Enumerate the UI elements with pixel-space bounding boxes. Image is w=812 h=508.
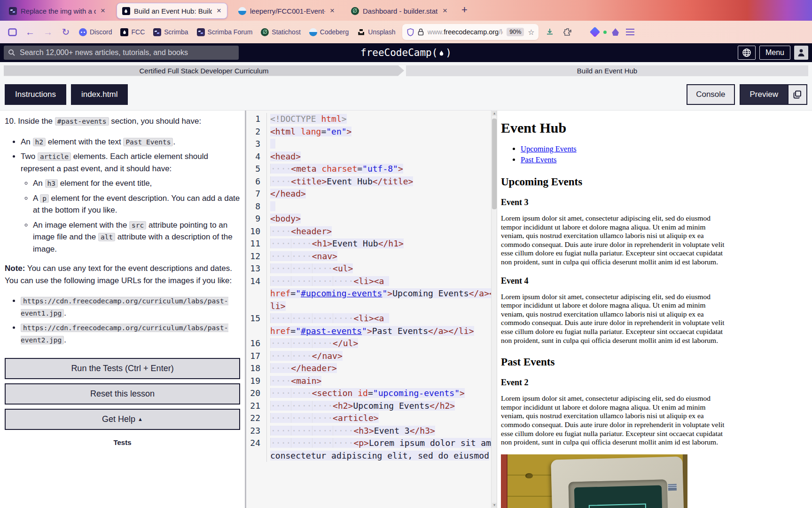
scroll-up-icon[interactable]: ▲ xyxy=(492,111,497,116)
code-line[interactable]: 15················<li><a xyxy=(246,312,491,325)
code-editor[interactable]: 1<!DOCTYPE html>2<html lang="en">3 4<hea… xyxy=(246,111,497,508)
console-button[interactable]: Console xyxy=(687,84,734,105)
zoom-level-badge[interactable]: 90% xyxy=(507,28,524,36)
code-line[interactable]: 23················<h3>Event 3</h3> xyxy=(246,425,491,437)
new-tab-button[interactable]: + xyxy=(461,3,468,17)
extensions-puzzle-icon[interactable] xyxy=(561,25,574,39)
code-token: <!DOCTYPE xyxy=(270,114,316,124)
bookmark-scrimba-forum[interactable]: Scrimba Forum xyxy=(195,28,255,36)
menu-button[interactable]: Menu xyxy=(759,46,790,60)
indent-guide: ···· xyxy=(291,313,312,323)
image-url-list: https://cdn.freecodecamp.org/curriculum/… xyxy=(5,295,240,346)
browser-tab-statichost-dashboard[interactable]: Dashboard - builder.statichost.e × xyxy=(346,3,453,19)
code-line[interactable]: 18····</header> xyxy=(246,362,491,375)
breadcrumb-lab[interactable]: Build an Event Hub xyxy=(406,65,808,76)
tab-instructions[interactable]: Instructions xyxy=(5,84,66,105)
code-line[interactable]: 10····<header> xyxy=(246,225,491,238)
code-line[interactable]: href="#upcoming-events">Upcoming Events<… xyxy=(246,287,491,300)
preview-nav-list: Upcoming EventsPast Events xyxy=(501,144,808,165)
code-line[interactable]: 24················<p>Lorem ipsum dolor s… xyxy=(246,437,491,450)
code-token: <title> xyxy=(291,176,327,186)
extension-diamond-icon[interactable] xyxy=(589,27,600,38)
bookmark-label: Codeberg xyxy=(320,28,349,36)
code-line[interactable]: 2<html lang="en"> xyxy=(246,126,491,138)
code-token: Past Events xyxy=(372,326,428,336)
breadcrumb-curriculum[interactable]: Certified Full Stack Developer Curriculu… xyxy=(4,65,404,76)
close-icon[interactable]: × xyxy=(442,6,448,16)
tab-title: Replace the img with a div xyxy=(21,7,96,15)
line-number: 12 xyxy=(246,250,267,263)
code-token: </nav> xyxy=(312,351,343,361)
preview-nav-link[interactable]: Past Events xyxy=(521,155,557,164)
code-token: " xyxy=(382,288,387,298)
code-token: id xyxy=(358,388,368,398)
indent-guide: ···· xyxy=(270,263,291,273)
code-line[interactable]: 22············<article> xyxy=(246,412,491,425)
back-icon[interactable]: ← xyxy=(23,25,37,39)
bookmark-unsplash[interactable]: Unsplash xyxy=(355,28,397,36)
code-line[interactable]: 20········<section id="upcoming-events"> xyxy=(246,387,491,400)
code-line[interactable]: 17········</nav> xyxy=(246,350,491,363)
editor-scrollbar[interactable]: ▲ ▼ xyxy=(491,111,497,508)
avatar[interactable] xyxy=(794,46,808,60)
code-token: </h3> xyxy=(410,426,435,436)
code-line[interactable]: 13············<ul> xyxy=(246,262,491,275)
code-line[interactable]: 9<body> xyxy=(246,213,491,225)
extension-flame-icon[interactable] xyxy=(612,28,619,36)
code-line[interactable]: 16············</ul> xyxy=(246,337,491,350)
tab-index-html[interactable]: index.html xyxy=(71,84,128,105)
code-line[interactable]: 4<head> xyxy=(246,151,491,163)
get-help-button[interactable]: Get Help ▲ xyxy=(5,409,240,430)
run-tests-button[interactable]: Run the Tests (Ctrl + Enter) xyxy=(5,358,240,379)
line-number: 2 xyxy=(246,126,267,138)
menu-hamburger-icon[interactable] xyxy=(626,29,634,35)
code-line[interactable]: href="#past-events">Past Events</a></li> xyxy=(246,325,491,338)
bookmark-star-icon[interactable]: ☆ xyxy=(528,28,534,37)
browser-tab-codeberg-repo[interactable]: leeperry/FCC001-Event-Hub - C × xyxy=(233,3,340,19)
scrollbar-thumb[interactable] xyxy=(492,119,497,209)
preview-nav-link[interactable]: Upcoming Events xyxy=(521,144,577,153)
code-line[interactable]: 3 xyxy=(246,138,491,151)
code-line[interactable]: 11········<h1>Event Hub</h1> xyxy=(246,238,491,250)
url-text: www.freecodecamp.org/learn/full-stack-de… xyxy=(428,28,503,36)
line-number: 18 xyxy=(246,362,267,375)
indent-guide: ···· xyxy=(333,438,353,448)
reload-icon[interactable]: ↻ xyxy=(59,25,72,39)
browser-tab-scrimba-lesson[interactable]: Replace the img with a div × xyxy=(4,3,111,19)
code-token: </head> xyxy=(270,189,306,198)
photo-screen-rectangle xyxy=(589,503,647,508)
bookmark-statichost[interactable]: Statichost xyxy=(259,28,302,36)
scroll-down-icon[interactable]: ▼ xyxy=(492,503,497,508)
close-icon[interactable]: × xyxy=(216,6,222,16)
reset-lesson-button[interactable]: Reset this lesson xyxy=(5,383,240,405)
browser-tab-event-hub[interactable]: Build an Event Hub: Build an Eve × xyxy=(117,3,227,19)
code-line[interactable]: 5····<meta charset="utf-8"> xyxy=(246,163,491,175)
bookmark-discord[interactable]: Discord xyxy=(77,28,114,36)
bookmark-codeberg[interactable]: Codeberg xyxy=(307,28,351,36)
search-input[interactable] xyxy=(4,46,239,60)
open-preview-window-button[interactable] xyxy=(788,85,806,104)
code-line[interactable]: 21············<h2>Upcoming Events</h2> xyxy=(246,400,491,413)
code-line[interactable]: 1<!DOCTYPE html> xyxy=(246,113,491,126)
language-globe-button[interactable] xyxy=(738,46,756,60)
close-icon[interactable]: × xyxy=(100,6,106,16)
code-line[interactable]: 19····<main> xyxy=(246,375,491,388)
code-line[interactable]: 8 xyxy=(246,200,491,213)
close-icon[interactable]: × xyxy=(329,6,336,16)
code-line[interactable]: 7</head> xyxy=(246,188,491,200)
inline-code: h3 xyxy=(45,179,58,188)
preview-button[interactable]: Preview xyxy=(741,85,788,104)
url-bar[interactable]: www.freecodecamp.org/learn/full-stack-de… xyxy=(402,24,539,40)
code-line[interactable]: 6····<title>Event Hub</title> xyxy=(246,175,491,188)
downloads-icon[interactable] xyxy=(543,25,556,39)
sidebar-toggle-icon[interactable] xyxy=(6,25,19,39)
line-number: 9 xyxy=(246,213,267,225)
bookmark-fcc[interactable]: FCC xyxy=(118,28,147,36)
bookmark-label: Discord xyxy=(90,28,112,36)
bookmark-scrimba[interactable]: Scrimba xyxy=(151,28,190,36)
code-line[interactable]: li> xyxy=(246,300,491,313)
code-line[interactable]: 14················<li><a xyxy=(246,275,491,288)
code-line[interactable]: 12········<nav> xyxy=(246,250,491,263)
indent-guide: ···· xyxy=(270,338,291,348)
code-line[interactable]: consectetur adipiscing elit, sed do eius… xyxy=(246,450,491,462)
